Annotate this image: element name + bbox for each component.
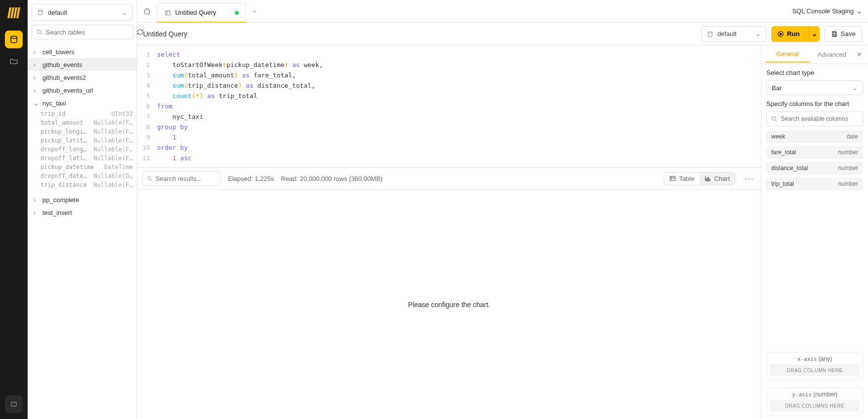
add-tab-button[interactable]: ＋: [246, 0, 262, 22]
toolbar-db-label: default: [717, 30, 737, 37]
svg-rect-10: [706, 178, 707, 181]
database-select[interactable]: default ⌄: [32, 4, 133, 21]
save-button-label: Save: [841, 30, 856, 37]
column-name: trip_id: [40, 110, 112, 119]
tab-general[interactable]: General: [765, 46, 810, 63]
view-chart-button[interactable]: Chart: [699, 173, 735, 185]
column-row[interactable]: pickup_longi…Nullable(F…: [28, 128, 137, 137]
svg-rect-7: [833, 34, 835, 36]
svg-point-2: [38, 10, 42, 12]
table-name: cell_towers: [42, 48, 75, 56]
nav-folder-icon[interactable]: [5, 52, 23, 70]
view-table-button[interactable]: Table: [664, 173, 699, 185]
table-item[interactable]: ›github_events: [28, 58, 137, 71]
table-name: github_events2: [42, 74, 86, 81]
column-row[interactable]: dropoff_lati…Nullable(F…: [28, 155, 137, 164]
svg-rect-1: [11, 402, 17, 406]
search-columns-field[interactable]: [781, 115, 859, 122]
column-row[interactable]: dropoff_long…Nullable(F…: [28, 146, 137, 155]
column-type: DateTime: [104, 164, 133, 173]
x-axis-box: x-axis (any) DRAG COLUMN HERE: [766, 352, 863, 380]
save-button[interactable]: Save: [825, 26, 862, 42]
expand-icon: ›: [34, 209, 40, 216]
column-pill[interactable]: distance_totalnumber: [766, 162, 863, 175]
column-type: Nullable(F…: [94, 181, 133, 190]
expand-icon: ›: [34, 196, 40, 204]
x-axis-dropzone[interactable]: DRAG COLUMN HERE: [770, 364, 860, 376]
view-table-label: Table: [679, 175, 694, 182]
column-row[interactable]: dropoff_date…Nullable(D…: [28, 173, 137, 181]
chart-config-panel: General Advanced ✕ Select chart type Bar…: [761, 45, 868, 419]
run-button[interactable]: Run ⌄: [771, 26, 820, 42]
svg-rect-4: [165, 10, 170, 15]
column-name: trip_distance: [40, 181, 94, 190]
column-pills: weekdatefare_totalnumberdistance_totalnu…: [761, 126, 868, 194]
search-tables-input[interactable]: [32, 25, 133, 39]
console-env-dropdown[interactable]: SQL Console Staging ⌄: [792, 0, 868, 22]
icon-rail: [0, 0, 28, 419]
tab-advanced[interactable]: Advanced: [810, 47, 854, 62]
column-name: pickup_longi…: [40, 128, 94, 137]
pill-type: number: [838, 149, 858, 156]
run-dropdown[interactable]: ⌄: [809, 26, 820, 42]
column-pill[interactable]: fare_totalnumber: [766, 146, 863, 159]
x-axis-label: x-axis: [797, 356, 817, 362]
query-title: Untitled Query: [143, 30, 187, 38]
run-button-label: Run: [787, 30, 800, 37]
main-area: Untitled Query ＋ SQL Console Staging ⌄ U…: [137, 0, 868, 419]
nav-sql-icon[interactable]: [5, 31, 23, 48]
query-toolbar: Untitled Query default ⌄ Run ⌄ Save: [137, 23, 868, 45]
column-type: Nullable(F…: [94, 119, 133, 128]
table-item[interactable]: ›github_events_url: [28, 84, 137, 97]
table-name: pp_complete: [42, 196, 79, 204]
editor-area: 1234567891011 select toStartOfWeek(picku…: [137, 45, 761, 419]
column-row[interactable]: trip_idUInt32: [28, 110, 137, 119]
column-type: UInt32: [112, 110, 133, 119]
column-pill[interactable]: weekdate: [766, 130, 863, 143]
column-name: pickup_latit…: [40, 137, 94, 146]
database-selected-label: default: [48, 9, 67, 16]
close-panel-button[interactable]: ✕: [854, 51, 864, 58]
toolbar-db-select[interactable]: default ⌄: [701, 26, 766, 42]
column-row[interactable]: trip_distanceNullable(F…: [28, 181, 137, 190]
nav-bottom-icon[interactable]: [5, 395, 23, 413]
sql-editor[interactable]: 1234567891011 select toStartOfWeek(picku…: [137, 45, 761, 167]
table-item[interactable]: ›test_insert: [28, 206, 137, 219]
column-pill[interactable]: trip_totalnumber: [766, 177, 863, 190]
chevron-down-icon: ⌄: [122, 9, 127, 16]
pill-type: number: [838, 180, 858, 187]
expand-icon: ⌄: [34, 100, 40, 107]
y-axis-dropzone[interactable]: DRAG COLUMNS HERE: [770, 400, 860, 412]
view-toggle: Table Chart: [664, 172, 735, 185]
search-tables-field[interactable]: [46, 29, 129, 36]
search-results-field[interactable]: [155, 175, 217, 182]
column-type: Nullable(F…: [94, 155, 133, 164]
expand-icon: ›: [34, 48, 40, 56]
search-results-input[interactable]: [142, 171, 221, 186]
more-button[interactable]: ⋯: [742, 173, 756, 184]
view-chart-label: Chart: [714, 175, 730, 182]
svg-rect-9: [670, 176, 676, 180]
x-axis-hint: (any): [819, 355, 832, 362]
table-item[interactable]: ⌄nyc_taxi: [28, 97, 137, 109]
editor-code[interactable]: select toStartOfWeek(pickup_datetime) as…: [154, 49, 761, 163]
chart-type-select[interactable]: Bar ⌄: [766, 80, 863, 95]
chevron-down-icon: ⌄: [852, 84, 858, 92]
search-columns-input[interactable]: [766, 111, 863, 126]
query-tab[interactable]: Untitled Query: [157, 3, 246, 23]
column-name: dropoff_long…: [40, 146, 94, 155]
pill-name: fare_total: [771, 149, 796, 156]
column-name: dropoff_date…: [40, 173, 94, 181]
results-body: Please configure the chart.: [137, 190, 761, 419]
svg-point-3: [38, 30, 41, 34]
pill-type: date: [847, 133, 858, 140]
home-button[interactable]: [137, 0, 157, 22]
column-row[interactable]: pickup_datetimeDateTime: [28, 164, 137, 173]
expand-icon: ›: [34, 74, 40, 81]
table-item[interactable]: ›pp_complete: [28, 193, 137, 206]
column-row[interactable]: pickup_latit…Nullable(F…: [28, 137, 137, 146]
table-item[interactable]: ›github_events2: [28, 71, 137, 84]
column-row[interactable]: total_amountNullable(F…: [28, 119, 137, 128]
table-item[interactable]: ›cell_towers: [28, 45, 137, 58]
results-empty-message: Please configure the chart.: [408, 301, 491, 309]
